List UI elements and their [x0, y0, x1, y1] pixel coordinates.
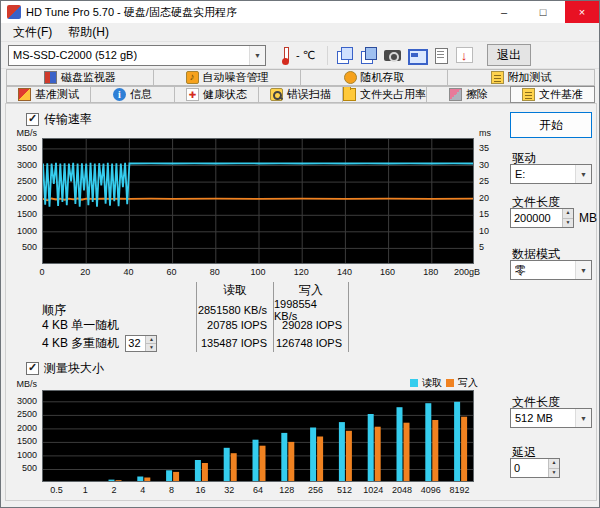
tab-disk-monitor[interactable]: 磁盘监视器	[6, 69, 154, 86]
chart-legend: 读取 写入	[410, 376, 478, 390]
benchmark-icon	[18, 88, 31, 101]
delay-value[interactable]: 0	[511, 459, 548, 477]
row-label: 4 KB 多重随机 32	[34, 334, 196, 352]
read-bar	[339, 422, 345, 482]
x-tick-label: 128	[274, 485, 300, 495]
data-pattern-value: 零	[515, 263, 526, 278]
tab-random-access[interactable]: 随机存取	[300, 69, 448, 86]
tab-extra-tests[interactable]: 附加测试	[447, 69, 595, 86]
block-file-length-combobox[interactable]: 512 MB	[510, 408, 592, 428]
write-legend-swatch	[446, 379, 454, 387]
y-tick-label: 1000	[12, 226, 37, 236]
document-button[interactable]	[428, 44, 452, 66]
row-label: 4 KB 单一随机	[34, 316, 196, 334]
copy-image-button[interactable]	[332, 44, 356, 66]
x-tick-label: 8	[159, 485, 185, 495]
maximize-button[interactable]: □	[526, 1, 560, 23]
update-button[interactable]	[452, 44, 476, 66]
error-scan-icon	[270, 88, 283, 101]
tab-error-scan[interactable]: 错误扫描	[258, 86, 343, 103]
spin-down-icon[interactable]	[549, 468, 559, 478]
spinner-buttons	[562, 209, 573, 227]
spin-up-icon[interactable]	[563, 209, 573, 218]
tab-label: 文件夹占用率	[360, 87, 426, 102]
tab-folder-usage[interactable]: 文件夹占用率	[342, 86, 427, 103]
camera-button[interactable]	[380, 44, 404, 66]
info-icon	[113, 88, 126, 101]
tab-file-benchmark[interactable]: 文件基准	[510, 86, 595, 103]
spin-up-icon[interactable]	[549, 459, 559, 468]
read-value: 135487 IOPS	[196, 334, 273, 352]
right-tick-label: 30	[479, 160, 489, 170]
screenshot-button[interactable]	[404, 44, 428, 66]
delay-input[interactable]: 0	[510, 458, 560, 478]
read-bar	[281, 433, 287, 482]
write-legend-label: 写入	[458, 376, 478, 390]
titlebar[interactable]: HD Tune Pro 5.70 - 硬盘/固态硬盘实用程序 – □ ×	[1, 1, 599, 23]
table-corner	[34, 282, 196, 299]
x-tick-label: 0.5	[43, 485, 69, 495]
file-length-value[interactable]: 200000	[511, 209, 562, 227]
y-tick-label: 1000	[12, 450, 37, 460]
minimize-button[interactable]: –	[487, 1, 521, 23]
write-bar	[231, 453, 237, 482]
read-bar	[166, 470, 172, 482]
transfer-rate-checkbox[interactable]: 传输速率	[26, 111, 92, 128]
exit-button[interactable]: 退出	[487, 44, 531, 66]
x-tick-label: 140	[326, 267, 362, 277]
read-bar	[224, 448, 230, 482]
file-length-input[interactable]: 200000	[510, 208, 574, 228]
table-row-sequential: 顺序 2851580 KB/s 1998554 KB/s	[34, 298, 349, 316]
y-tick-label: 500	[12, 463, 37, 473]
folder-usage-icon	[343, 88, 356, 101]
benchmark-results-table: 读取 写入 顺序 2851580 KB/s 1998554 KB/s 4 KB …	[34, 282, 349, 352]
tab-label: 随机存取	[361, 70, 405, 85]
copy-text-button[interactable]	[356, 44, 380, 66]
health-icon	[186, 88, 199, 101]
tab-label: 信息	[130, 87, 152, 102]
table-header-row: 读取 写入	[34, 282, 349, 298]
chevron-down-icon[interactable]	[249, 46, 265, 65]
y-tick-label: 3500	[12, 143, 37, 153]
close-button[interactable]: ×	[565, 1, 599, 23]
queue-depth-value[interactable]: 32	[126, 336, 145, 351]
spin-up-icon[interactable]	[146, 336, 156, 343]
chevron-down-icon[interactable]	[575, 261, 591, 279]
camera-icon	[384, 47, 401, 63]
drive-combobox[interactable]: E:	[510, 164, 592, 184]
tab-label: 基准测试	[35, 87, 79, 102]
menu-help[interactable]: 帮助(H)	[60, 23, 117, 41]
tab-erase[interactable]: 擦除	[426, 86, 511, 103]
queue-depth-spinner[interactable]: 32	[125, 335, 157, 352]
read-legend-label: 读取	[422, 376, 442, 390]
app-window: HD Tune Pro 5.70 - 硬盘/固态硬盘实用程序 – □ × 文件(…	[0, 0, 600, 508]
write-value: 29028 IOPS	[273, 316, 349, 334]
file-benchmark-icon	[522, 88, 535, 101]
chevron-down-icon[interactable]	[575, 165, 591, 183]
right-tick-label: 20	[479, 193, 489, 203]
block-size-checkbox[interactable]: 测量块大小	[26, 360, 104, 377]
x-tick-label: 1	[72, 485, 98, 495]
tab-health[interactable]: 健康状态	[174, 86, 259, 103]
spin-down-icon[interactable]	[146, 343, 156, 351]
start-button[interactable]: 开始	[510, 112, 592, 138]
x-tick-label: 2048	[389, 485, 415, 495]
x-tick-label: 200gB	[444, 267, 480, 277]
tab-benchmark[interactable]: 基准测试	[6, 86, 91, 103]
write-bar	[432, 420, 438, 482]
menu-file[interactable]: 文件(F)	[5, 23, 60, 41]
thermometer-icon	[280, 46, 291, 65]
x-tick-label: 40	[110, 267, 146, 277]
drive-select-combobox[interactable]: MS-SSD-C2000 (512 gB)	[8, 45, 266, 66]
spin-down-icon[interactable]	[563, 218, 573, 228]
tab-aam[interactable]: 自动噪音管理	[153, 69, 301, 86]
x-tick-label: 32	[216, 485, 242, 495]
chevron-down-icon[interactable]	[575, 409, 591, 427]
copy-image-icon	[336, 47, 353, 63]
temperature-readout: - ℃	[296, 49, 315, 62]
tab-info[interactable]: 信息	[90, 86, 175, 103]
table-row-4k-multi: 4 KB 多重随机 32 135487 IOPS 126748 IOPS	[34, 334, 349, 352]
data-pattern-combobox[interactable]: 零	[510, 260, 592, 280]
y-tick-label: 2000	[12, 193, 37, 203]
right-tick-label: 10	[479, 226, 489, 236]
